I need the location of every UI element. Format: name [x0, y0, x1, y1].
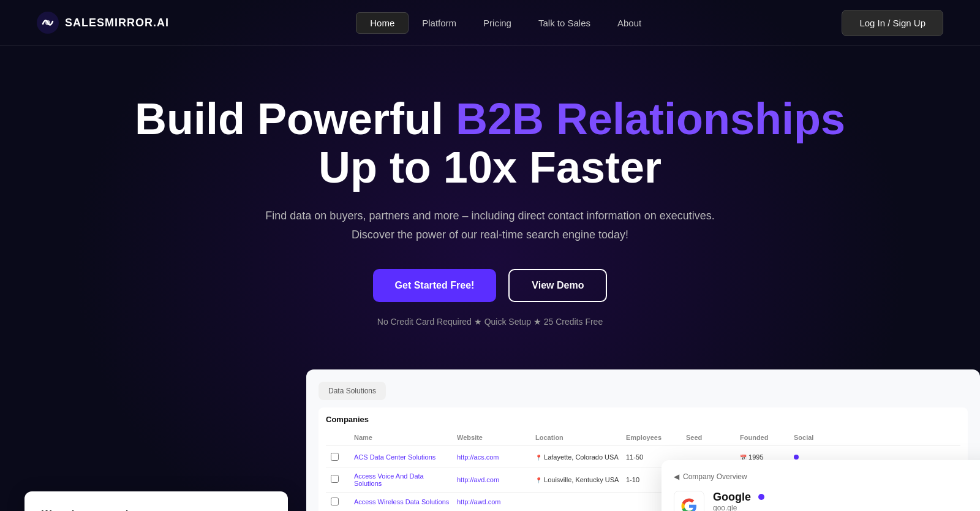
- nav-home[interactable]: Home: [356, 12, 409, 34]
- brand-name: SALESMIRROR.AI: [65, 17, 169, 29]
- hero-tagline: No Credit Card Required ★ Quick Setup ★ …: [12, 317, 968, 327]
- company-header: Google goo.gle Founded: 1998: [674, 491, 980, 511]
- navbar: SALESMIRROR.AI Home Platform Pricing Tal…: [0, 0, 980, 46]
- logo: SALESMIRROR.AI: [37, 12, 169, 34]
- cookie-banner: We value your privacy We use cookies to …: [24, 491, 288, 511]
- hero-title-highlight: B2B Relationships: [456, 94, 845, 143]
- nav-links: Home Platform Pricing Talk to Sales Abou…: [356, 12, 655, 34]
- row-checkbox[interactable]: [331, 453, 339, 461]
- hero-section: Build Powerful B2B Relationships Up to 1…: [0, 46, 980, 351]
- back-button[interactable]: ◀ Company Overview: [674, 472, 980, 481]
- row-checkbox[interactable]: [331, 475, 339, 483]
- view-demo-button[interactable]: View Demo: [508, 269, 607, 302]
- company-logo: [674, 491, 704, 511]
- company-overview-card: ◀ Company Overview: [662, 460, 980, 511]
- nav-about[interactable]: About: [604, 13, 655, 33]
- hero-title-start: Build Powerful: [135, 94, 456, 143]
- row-checkbox[interactable]: [331, 498, 339, 505]
- hero-subtitle: Find data on buyers, partners and more –…: [12, 206, 968, 244]
- login-button[interactable]: Log In / Sign Up: [842, 10, 943, 36]
- company-domain: goo.gle: [713, 504, 764, 511]
- verified-badge: [758, 494, 764, 500]
- companies-title: Companies: [326, 415, 960, 424]
- get-started-button[interactable]: Get Started Free!: [373, 269, 497, 302]
- nav-platform[interactable]: Platform: [409, 13, 470, 33]
- hero-title-end: Up to 10x Faster: [318, 143, 662, 192]
- hero-title: Build Powerful B2B Relationships Up to 1…: [12, 95, 968, 192]
- dashboard-bg: Data Solutions Companies Name Website Lo…: [306, 369, 980, 511]
- table-header: Name Website Location Employees Seed Fou…: [326, 430, 960, 445]
- company-name: Google: [713, 491, 751, 504]
- nav-talk-to-sales[interactable]: Talk to Sales: [525, 13, 604, 33]
- logo-icon: [37, 12, 59, 34]
- cookie-title: We value your privacy: [42, 509, 271, 511]
- hero-buttons: Get Started Free! View Demo: [12, 269, 968, 302]
- svg-point-1: [45, 20, 50, 25]
- dash-header: Data Solutions: [318, 382, 386, 400]
- dashboard-preview: Data Solutions Companies Name Website Lo…: [306, 369, 980, 511]
- nav-pricing[interactable]: Pricing: [470, 13, 525, 33]
